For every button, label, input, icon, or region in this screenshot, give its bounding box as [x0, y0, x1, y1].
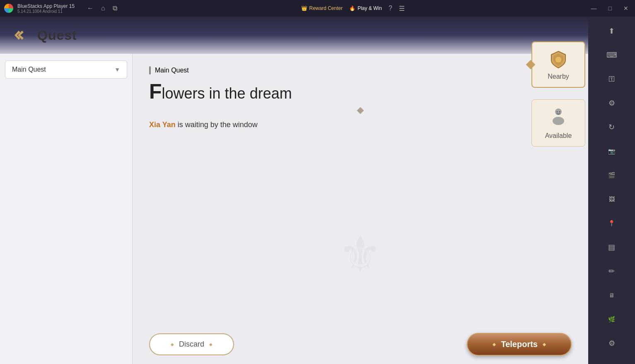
reward-center-button[interactable]: 👑 Reward Center: [301, 5, 343, 11]
reward-center-label: Reward Center: [309, 5, 343, 11]
gear2-icon: ⚙: [608, 339, 615, 348]
quest-type-dropdown[interactable]: Main Quest ▼: [5, 60, 127, 79]
sidebar-settings[interactable]: ⚙: [593, 93, 630, 113]
app-subtitle: 5.14.21.1004 Android 11: [17, 9, 75, 14]
available-character-icon: [549, 106, 568, 129]
reward-icon: 👑: [301, 5, 307, 11]
quest-description-rest: is waiting by the window: [176, 121, 258, 129]
titlebar-left: BlueStacks App Player 15 5.14.21.1004 An…: [4, 3, 117, 14]
svg-point-2: [555, 57, 561, 63]
sidebar-gear2[interactable]: ⚙: [593, 333, 630, 354]
quest-detail-content: ⚜ Main Quest Flowers in the dream Xia Ya…: [133, 54, 588, 325]
quest-type-text: Main Quest: [155, 67, 189, 74]
sidebar-layers[interactable]: ▤: [593, 237, 630, 258]
rotate-icon: ↻: [608, 123, 615, 132]
dropdown-label: Main Quest: [12, 66, 46, 73]
quest-type-label: Main Quest: [149, 66, 572, 75]
nearby-shield-icon: [548, 49, 569, 70]
system-icon: 🖥: [609, 292, 615, 299]
camera-icon: 📷: [608, 148, 615, 154]
available-label-text: Available: [545, 132, 572, 140]
sidebar-camera[interactable]: 📷: [593, 141, 630, 162]
svg-point-5: [557, 111, 558, 113]
sidebar-edit[interactable]: ✏: [593, 261, 630, 282]
maximize-button[interactable]: □: [606, 4, 614, 12]
main-area: Quest Main Quest ▼ ⚜ Main Quest: [0, 17, 588, 364]
svg-point-4: [553, 117, 564, 125]
diamond-divider-icon: [357, 107, 364, 114]
sidebar-keyboard[interactable]: ⌨: [593, 45, 630, 65]
quest-divider: [149, 110, 572, 111]
sidebar-video[interactable]: 🎬: [593, 165, 630, 186]
quest-body: Main Quest ▼ ⚜ Main Quest Flowers in the…: [0, 54, 588, 364]
screenshot-icon: 🖼: [609, 196, 615, 202]
eco-icon: 🌿: [608, 316, 615, 323]
quest-description: Xia Yan is waiting by the window: [149, 119, 572, 131]
sidebar-system[interactable]: 🖥: [593, 285, 630, 306]
svg-point-6: [559, 111, 560, 113]
keyboard-icon: ⌨: [606, 51, 617, 60]
quest-main: ⚜ Main Quest Flowers in the dream Xia Ya…: [133, 54, 588, 364]
titlebar-center: 👑 Reward Center 🔥 Play & Win ? ☰: [301, 5, 405, 12]
chevron-down-icon: ▼: [114, 66, 120, 73]
video-icon: 🎬: [608, 172, 615, 178]
sidebar-rotate[interactable]: ↻: [593, 117, 630, 137]
quest-type-bar: [149, 66, 151, 75]
settings-icon: ⚙: [608, 99, 615, 108]
menu-icon[interactable]: ☰: [399, 5, 405, 12]
quest-name-rest: lowers in the dream: [162, 85, 292, 102]
nav-buttons: ← ⌂ ⧉: [87, 5, 117, 12]
discard-button[interactable]: Discard: [149, 333, 234, 355]
nav-back-icon[interactable]: ←: [87, 5, 94, 12]
nearby-label-text: Nearby: [548, 73, 569, 80]
teleports-button[interactable]: Teleports: [467, 333, 572, 356]
quest-sidebar: Main Quest ▼: [0, 54, 133, 364]
page-title: Quest: [37, 28, 77, 43]
edit-icon: ✏: [608, 267, 615, 276]
app-info: BlueStacks App Player 15 5.14.21.1004 An…: [17, 3, 75, 14]
titlebar-controls: — □ ✕: [589, 4, 631, 12]
nearby-panel[interactable]: Nearby: [531, 41, 585, 88]
quest-action-buttons: Discard Teleports: [133, 325, 588, 364]
app-name: BlueStacks App Player 15: [17, 3, 75, 9]
right-sidebar: ⬆ ⌨ ⚿ ⚙ ↻ 📷 🎬 🖼 📍 ▤ ✏ 🖥 🌿 ⚙: [588, 17, 635, 364]
minimize-button[interactable]: —: [589, 4, 599, 12]
sidebar-scroll-top[interactable]: ⬆: [593, 21, 630, 41]
help-icon[interactable]: ?: [389, 5, 392, 12]
discard-label: Discard: [179, 340, 204, 349]
layers-icon: ▤: [608, 243, 615, 252]
sidebar-screenshot[interactable]: 🖼: [593, 189, 630, 210]
nav-home-icon[interactable]: ⌂: [101, 5, 105, 12]
sidebar-gamepad[interactable]: ⚿: [593, 69, 630, 89]
sidebar-eco[interactable]: 🌿: [593, 309, 630, 330]
scroll-up-icon: ⬆: [608, 27, 615, 36]
bluestacks-logo: [4, 4, 13, 13]
watermark: ⚜: [338, 226, 383, 283]
npc-name-text: Xia Yan: [149, 121, 176, 129]
sidebar-location[interactable]: 📍: [593, 213, 630, 234]
teleports-label: Teleports: [501, 340, 538, 349]
gamepad-icon: ⚿: [608, 75, 615, 83]
play-win-button[interactable]: 🔥 Play & Win: [349, 5, 382, 11]
available-panel[interactable]: Available: [531, 99, 585, 147]
play-win-icon: 🔥: [349, 5, 355, 11]
quest-back-button[interactable]: [12, 27, 29, 43]
nav-pages-icon[interactable]: ⧉: [113, 5, 117, 12]
location-icon: 📍: [608, 220, 615, 227]
quest-header: Quest: [0, 17, 588, 54]
play-win-label: Play & Win: [357, 5, 382, 11]
close-button[interactable]: ✕: [621, 4, 631, 12]
quest-title-text: Flowers in the dream: [149, 80, 572, 104]
quest-name-first-char: F: [149, 80, 162, 103]
titlebar: BlueStacks App Player 15 5.14.21.1004 An…: [0, 0, 635, 17]
